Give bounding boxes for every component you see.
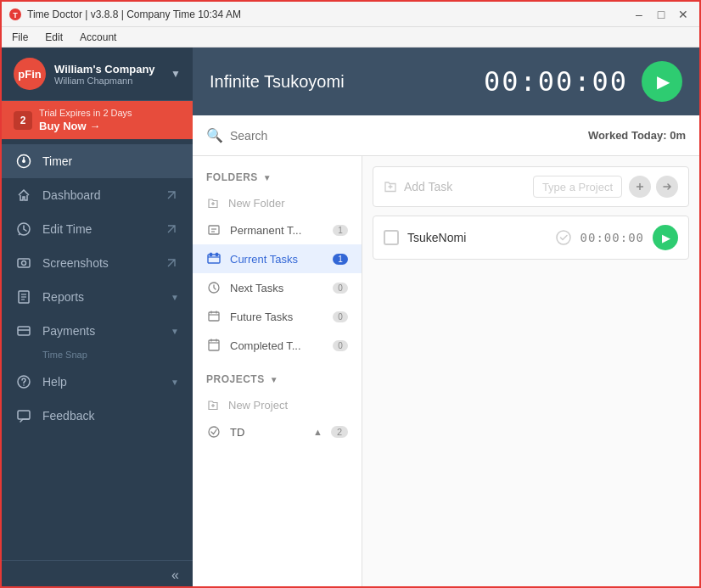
sidebar-item-dashboard[interactable]: Dashboard bbox=[2, 178, 193, 212]
svg-text:T: T bbox=[13, 11, 18, 20]
projects-section-header[interactable]: PROJECTS ▼ bbox=[193, 367, 362, 392]
title-bar: T Time Doctor | v3.8.8 | Company Time 10… bbox=[2, 2, 699, 27]
app-icon: T bbox=[8, 8, 22, 21]
svg-point-7 bbox=[22, 261, 26, 266]
menu-edit[interactable]: Edit bbox=[38, 30, 70, 45]
screenshots-icon bbox=[15, 255, 32, 272]
completed-folder-badge: 0 bbox=[333, 340, 348, 351]
maximize-button[interactable]: □ bbox=[652, 5, 670, 24]
future-folder-badge: 0 bbox=[333, 311, 348, 322]
sidebar-collapse-button[interactable]: « bbox=[171, 568, 179, 583]
sidebar-help-label: Help bbox=[42, 375, 160, 389]
folder-item-next[interactable]: Next Tasks 0 bbox=[193, 273, 362, 302]
add-task-icon bbox=[384, 180, 397, 193]
search-input-wrap: 🔍 bbox=[206, 127, 588, 143]
help-chevron-icon: ▼ bbox=[171, 378, 179, 387]
sidebar-header[interactable]: pFin William's Company William Chapmann … bbox=[2, 48, 193, 101]
search-bar: 🔍 Worked Today: 0m bbox=[193, 115, 699, 156]
global-timer-display: 00:00:00 bbox=[484, 65, 628, 98]
task-add-plus-button[interactable] bbox=[629, 176, 651, 198]
folders-chevron-icon: ▼ bbox=[263, 173, 272, 182]
sidebar-item-edit-time[interactable]: Edit Time bbox=[2, 212, 193, 246]
feedback-icon bbox=[15, 407, 32, 424]
sidebar-feedback-label: Feedback bbox=[42, 409, 179, 423]
sidebar-item-timer[interactable]: Timer bbox=[2, 144, 193, 178]
folder-item-permanent[interactable]: Permanent T... 1 bbox=[193, 216, 362, 244]
reports-chevron-icon: ▼ bbox=[171, 293, 179, 302]
task-name-tsukenomi: TsukeNomi bbox=[407, 231, 547, 244]
sidebar-item-screenshots[interactable]: Screenshots bbox=[2, 246, 193, 280]
add-task-label[interactable]: Add Task bbox=[404, 180, 526, 193]
trial-buy-label[interactable]: Buy Now → bbox=[39, 120, 132, 132]
folders-panel: FOLDERS ▼ New Folder bbox=[193, 156, 362, 588]
trial-expires-text: Trial Expires in 2 Days bbox=[39, 108, 132, 118]
payments-chevron-icon: ▼ bbox=[171, 327, 179, 336]
minimize-button[interactable]: – bbox=[630, 5, 648, 24]
permanent-folder-label: Permanent T... bbox=[230, 224, 324, 237]
permanent-folder-icon bbox=[206, 222, 222, 238]
sidebar-edit-time-label: Edit Time bbox=[42, 222, 154, 236]
task-play-button-tsukenomi[interactable]: ▶ bbox=[653, 225, 678, 250]
svg-rect-24 bbox=[216, 253, 218, 256]
worked-today-label: Worked Today: 0m bbox=[588, 129, 686, 142]
next-folder-icon bbox=[206, 280, 222, 295]
folder-item-current[interactable]: Current Tasks 1 bbox=[193, 244, 362, 273]
reports-icon bbox=[15, 288, 32, 305]
payments-subtext: Time Snap bbox=[2, 348, 193, 365]
menu-account[interactable]: Account bbox=[73, 30, 123, 45]
content-area: FOLDERS ▼ New Folder bbox=[193, 156, 699, 588]
dashboard-icon bbox=[15, 187, 32, 204]
project-item-td[interactable]: TD ▲ 2 bbox=[193, 417, 362, 446]
app-layout: pFin William's Company William Chapmann … bbox=[2, 48, 699, 588]
svg-point-34 bbox=[209, 427, 219, 437]
main-header-right: 00:00:00 ▶ bbox=[484, 61, 682, 102]
projects-chevron-icon: ▼ bbox=[270, 375, 278, 384]
sidebar-item-reports[interactable]: Reports ▼ bbox=[2, 280, 193, 314]
sidebar-reports-label: Reports bbox=[42, 290, 160, 304]
sidebar-company-info: William's Company William Chapmann bbox=[54, 63, 162, 86]
project-td-badge: 2 bbox=[331, 426, 348, 438]
sidebar-footer: « bbox=[2, 560, 193, 588]
new-project-label: New Project bbox=[228, 399, 288, 412]
sidebar-item-help[interactable]: Help ▼ bbox=[2, 365, 193, 399]
sidebar: pFin William's Company William Chapmann … bbox=[2, 48, 193, 588]
projects-section: PROJECTS ▼ New Project bbox=[193, 367, 362, 446]
folder-item-completed[interactable]: Completed T... 0 bbox=[193, 331, 362, 360]
task-checkbox-tsukenomi[interactable] bbox=[384, 230, 399, 245]
screenshots-external-icon bbox=[164, 255, 179, 271]
folder-item-future[interactable]: Future Tasks 0 bbox=[193, 302, 362, 331]
folders-section-header[interactable]: FOLDERS ▼ bbox=[193, 165, 362, 190]
project-td-label: TD bbox=[230, 426, 305, 439]
payments-icon bbox=[15, 322, 32, 339]
timer-icon bbox=[15, 153, 32, 170]
main-content: Infinite Tsukoyomi 00:00:00 ▶ 🔍 Worked T… bbox=[193, 48, 699, 588]
company-name: William's Company bbox=[54, 63, 162, 76]
search-input[interactable] bbox=[230, 129, 400, 143]
sidebar-item-feedback[interactable]: Feedback bbox=[2, 399, 193, 433]
dashboard-external-icon bbox=[164, 188, 179, 203]
new-project-action[interactable]: New Project bbox=[193, 392, 362, 417]
global-play-button[interactable]: ▶ bbox=[642, 61, 682, 102]
sidebar-item-payments[interactable]: Payments ▼ bbox=[2, 314, 193, 348]
trial-banner[interactable]: 2 Trial Expires in 2 Days Buy Now → bbox=[2, 101, 193, 139]
tasks-panel: Add Task Type a Project bbox=[362, 156, 699, 588]
svg-rect-19 bbox=[209, 226, 219, 234]
new-folder-label: New Folder bbox=[228, 197, 284, 210]
new-folder-action[interactable]: New Folder bbox=[193, 190, 362, 216]
task-add-next-button[interactable] bbox=[656, 176, 678, 198]
svg-rect-26 bbox=[209, 312, 219, 321]
svg-point-35 bbox=[557, 231, 570, 244]
completed-folder-icon bbox=[206, 338, 222, 353]
sidebar-payments-label: Payments bbox=[42, 324, 160, 338]
sidebar-dashboard-label: Dashboard bbox=[42, 188, 154, 202]
close-button[interactable]: ✕ bbox=[674, 5, 693, 24]
projects-label: PROJECTS bbox=[206, 373, 265, 385]
task-complete-icon[interactable] bbox=[555, 229, 572, 246]
current-folder-badge: 1 bbox=[333, 254, 348, 265]
title-bar-controls: – □ ✕ bbox=[630, 5, 693, 24]
next-folder-badge: 0 bbox=[333, 283, 348, 294]
permanent-folder-badge: 1 bbox=[333, 225, 348, 236]
task-row-tsukenomi: TsukeNomi 00:00:00 ▶ bbox=[373, 216, 689, 260]
type-project-input[interactable]: Type a Project bbox=[533, 176, 622, 198]
menu-file[interactable]: File bbox=[5, 30, 35, 45]
